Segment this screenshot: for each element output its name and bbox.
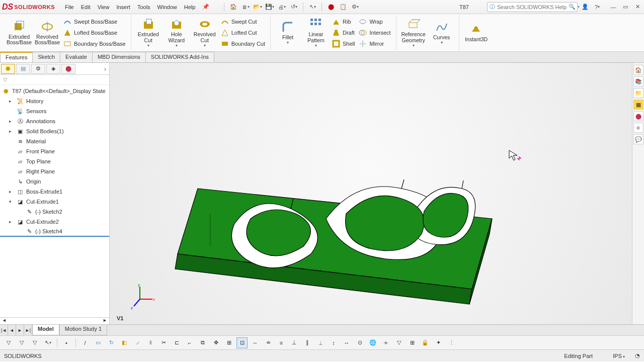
help-icon[interactable]: ?: [593, 3, 602, 12]
sel-filter3-icon[interactable]: ▽: [29, 337, 40, 348]
lofted-cut-button[interactable]: Lofted Cut: [221, 28, 265, 38]
menu-edit[interactable]: Edit: [81, 4, 91, 10]
new-doc-icon[interactable]: 🗎: [241, 3, 250, 12]
display-tab[interactable]: ⬤: [61, 64, 75, 74]
tab-last-icon[interactable]: ►|: [24, 325, 32, 335]
tree-item[interactable]: ▾◪Cut-Extrude1: [0, 197, 109, 207]
rel5-icon[interactable]: ⟂: [315, 337, 326, 348]
rel7-icon[interactable]: ↔: [341, 337, 352, 348]
rel2-icon[interactable]: ≡: [276, 337, 287, 348]
boundary-boss-button[interactable]: Boundary Boss/Base: [63, 39, 126, 49]
close-icon[interactable]: ✕: [633, 3, 642, 12]
sel-filter2-icon[interactable]: ▽: [16, 337, 27, 348]
tree-root[interactable]: ⬣ T87 (Default<<Default>_Display State: [0, 86, 109, 96]
tree-item[interactable]: ↳Origin: [0, 176, 109, 187]
reference-geometry-button[interactable]: Reference Geometry▾: [399, 17, 428, 48]
model-tab[interactable]: Model: [32, 325, 59, 335]
move-icon[interactable]: ✥: [210, 337, 221, 348]
extruded-boss-button[interactable]: Extruded Boss/Base: [5, 19, 33, 46]
sw-resources-icon[interactable]: 🏠: [633, 65, 643, 75]
curves-button[interactable]: Curves▾: [428, 20, 456, 46]
expand-icon[interactable]: ▸: [9, 119, 14, 124]
tree-item[interactable]: ✎(-) Sketch2: [0, 207, 109, 217]
dim-icon[interactable]: ↔: [250, 337, 261, 348]
file-explorer-icon[interactable]: 📁: [633, 88, 643, 98]
draft-button[interactable]: Draft: [332, 28, 355, 38]
rebuild-icon[interactable]: ⬤: [327, 3, 336, 12]
rel8-icon[interactable]: ⊙: [354, 337, 365, 348]
tab-first-icon[interactable]: |◄: [0, 325, 8, 335]
revolved-cut-button[interactable]: Revolved Cut▾: [191, 17, 219, 48]
boundary-cut-button[interactable]: Boundary Cut: [221, 39, 265, 49]
lofted-boss-button[interactable]: Lofted Boss/Base: [63, 28, 126, 38]
tree-item[interactable]: ▱Front Plane: [0, 146, 109, 156]
status-units[interactable]: IPS: [613, 353, 625, 359]
panel-scrollbar[interactable]: ◄►: [0, 317, 109, 324]
expand-icon[interactable]: ▾: [9, 199, 14, 204]
mirror2-icon[interactable]: ⧉: [197, 337, 208, 348]
extruded-cut-button[interactable]: Extruded Cut▾: [134, 17, 163, 48]
expand-icon[interactable]: ▸: [9, 219, 14, 224]
tree-item[interactable]: ✎(-) Sketch4: [0, 227, 109, 237]
tree-item[interactable]: ▸📜History: [0, 96, 109, 106]
help-search[interactable]: ⓘ 🔍▾: [487, 2, 578, 12]
config-tab[interactable]: ⚙: [31, 64, 45, 74]
options-list-icon[interactable]: 📋: [339, 3, 348, 12]
instant3d-button[interactable]: Instant3D: [462, 22, 491, 43]
mirror-button[interactable]: Mirror: [359, 39, 390, 49]
tree-item[interactable]: ▸ⒶAnnotations: [0, 116, 109, 126]
minimize-icon[interactable]: —: [609, 3, 618, 12]
menu-window[interactable]: Window: [157, 4, 177, 10]
dimxpert-tab[interactable]: ◈: [46, 64, 60, 74]
motion-study-tab[interactable]: Motion Study 1: [59, 325, 107, 335]
view-palette-icon[interactable]: ▦: [633, 100, 643, 110]
globe-icon[interactable]: 🌐: [367, 337, 378, 348]
intersect-button[interactable]: Intersect: [359, 28, 390, 38]
select-icon[interactable]: ↖: [308, 3, 317, 12]
appearances-icon[interactable]: ⬤: [633, 111, 643, 121]
help-search-input[interactable]: [497, 4, 567, 10]
pattern2-icon[interactable]: ⊞: [223, 337, 234, 348]
tree-item[interactable]: ▱Right Plane: [0, 166, 109, 176]
panel-expand-icon[interactable]: ›: [102, 66, 108, 72]
tab-mbd[interactable]: MBD Dimensions: [92, 52, 146, 62]
tab-next-icon[interactable]: ►: [16, 325, 24, 335]
rel13-icon[interactable]: ✦: [433, 337, 444, 348]
trim-icon[interactable]: ✂: [158, 337, 169, 348]
tree-item[interactable]: ▱Top Plane: [0, 156, 109, 166]
swept-boss-button[interactable]: Swept Boss/Base: [63, 17, 126, 27]
restore-icon[interactable]: ▭: [621, 3, 630, 12]
forum-icon[interactable]: 💬: [633, 134, 643, 144]
menu-view[interactable]: View: [98, 4, 110, 10]
expand-icon[interactable]: ▸: [9, 189, 14, 194]
expand-icon[interactable]: ▸: [9, 99, 14, 104]
graphics-area[interactable]: x y z V1: [110, 63, 632, 324]
offset-icon[interactable]: ⦀: [145, 337, 156, 348]
tab-prev-icon[interactable]: ◄: [8, 325, 16, 335]
design-lib-icon[interactable]: 📚: [633, 76, 643, 86]
hole-wizard-button[interactable]: Hole Wizard▾: [163, 17, 191, 48]
linear-pattern-button[interactable]: Linear Pattern▾: [302, 17, 330, 48]
rel11-icon[interactable]: ⊞: [407, 337, 418, 348]
tab-addins[interactable]: SOLIDWORKS Add-Ins: [145, 52, 214, 62]
tree-item[interactable]: ▸▣Solid Bodies(1): [0, 126, 109, 136]
undo-icon[interactable]: ↺: [289, 3, 298, 12]
rel3-icon[interactable]: ⊥: [289, 337, 300, 348]
shell-button[interactable]: Shell: [332, 39, 355, 49]
menu-file[interactable]: File: [65, 4, 74, 10]
open-icon[interactable]: 📂: [253, 3, 262, 12]
rel14-icon[interactable]: ⋮: [446, 337, 457, 348]
pin-icon[interactable]: 📌: [201, 3, 210, 12]
feature-tree-tab[interactable]: ⬣: [1, 64, 15, 74]
rect-icon[interactable]: ▭: [93, 337, 104, 348]
rel6-icon[interactable]: ↕: [328, 337, 339, 348]
home-icon[interactable]: 🏠: [229, 3, 238, 12]
property-tab[interactable]: ▤: [16, 64, 30, 74]
cube-icon[interactable]: ◧: [119, 337, 130, 348]
status-extra-icon[interactable]: ◔: [635, 352, 640, 359]
extend-icon[interactable]: ⊏: [171, 337, 182, 348]
tree-item[interactable]: ≋Material: [0, 136, 109, 146]
sel-filter-icon[interactable]: ▽: [3, 337, 14, 348]
tab-sketch[interactable]: Sketch: [32, 52, 60, 62]
select-tool-icon[interactable]: ↖: [42, 337, 53, 348]
